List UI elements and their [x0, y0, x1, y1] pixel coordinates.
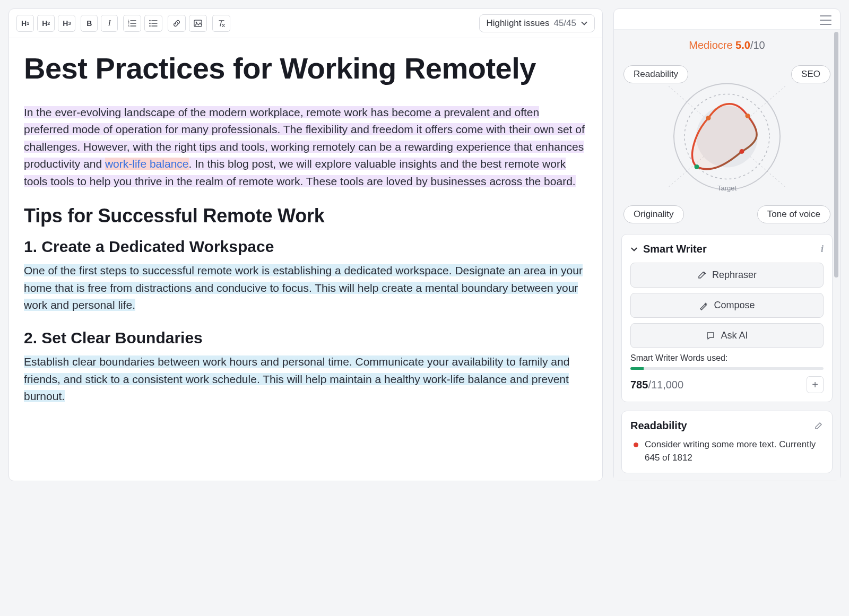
- p-workspace: One of the first steps to successful rem…: [24, 262, 587, 314]
- compose-button[interactable]: Compose: [630, 293, 824, 318]
- svg-point-22: [695, 164, 699, 169]
- svg-point-11: [150, 25, 151, 27]
- link-button[interactable]: [168, 15, 186, 32]
- highlight-count: 45/45: [553, 18, 576, 29]
- h2-tips: Tips for Successful Remote Work: [24, 205, 587, 227]
- overall-score: Mediocre 5.0/10: [621, 39, 833, 51]
- link-work-life-balance[interactable]: work-life balance: [105, 158, 189, 170]
- words-meter: [630, 367, 824, 370]
- intro-paragraph: In the ever-evolving landscape of the mo…: [24, 104, 587, 190]
- p-boundaries: Establish clear boundaries between work …: [24, 353, 587, 405]
- readability-card: Readability Consider writing some more t…: [621, 411, 833, 473]
- radar-chart: Readability SEO Originality Tone of voic…: [621, 61, 833, 225]
- bold-button[interactable]: B: [81, 15, 98, 32]
- unordered-list-button[interactable]: [144, 15, 162, 32]
- sidebar: Mediocre 5.0/10 Readability SEO Original…: [613, 8, 841, 481]
- svg-point-10: [150, 23, 151, 24]
- clear-format-button[interactable]: [212, 15, 230, 32]
- readability-title: Readability: [630, 420, 809, 432]
- svg-point-19: [706, 116, 711, 120]
- add-words-button[interactable]: +: [807, 376, 824, 393]
- h3-button[interactable]: H3: [58, 15, 75, 32]
- h3-boundaries: 2. Set Clear Boundaries: [24, 329, 587, 347]
- status-dot-red: [634, 443, 638, 447]
- smart-writer-title: Smart Writer: [643, 243, 816, 255]
- ordered-list-button[interactable]: 123: [123, 15, 141, 32]
- info-icon[interactable]: i: [821, 244, 824, 255]
- scrollbar[interactable]: [834, 32, 838, 479]
- highlight-issues-dropdown[interactable]: Highlight issues 45/45: [479, 14, 595, 32]
- pencil-icon[interactable]: [814, 421, 824, 431]
- words-count: 785/11,000: [630, 379, 683, 391]
- italic-button[interactable]: I: [101, 15, 118, 32]
- chevron-down-icon: [581, 20, 588, 27]
- radar-svg: Target: [658, 73, 796, 205]
- pill-seo[interactable]: SEO: [791, 65, 830, 83]
- menu-icon[interactable]: [820, 15, 831, 25]
- chat-icon: [706, 331, 715, 341]
- target-label: Target: [717, 184, 737, 192]
- doc-title: Best Practices for Working Remotely: [24, 52, 587, 85]
- edit-icon: [697, 271, 707, 280]
- smart-writer-card: Smart Writer i Rephraser Compose Ask AI …: [621, 234, 833, 402]
- svg-point-21: [740, 149, 744, 154]
- rephraser-button[interactable]: Rephraser: [630, 263, 824, 288]
- svg-point-20: [746, 114, 750, 118]
- svg-point-13: [196, 22, 197, 23]
- image-button[interactable]: [189, 15, 207, 32]
- words-used-label: Smart Writer Words used:: [630, 353, 824, 363]
- chevron-down-icon[interactable]: [630, 246, 638, 253]
- magic-icon: [699, 301, 708, 310]
- toolbar: H1 H2 H3 B I 123: [9, 9, 602, 38]
- editor-panel: H1 H2 H3 B I 123: [8, 8, 603, 481]
- svg-text:3: 3: [128, 24, 129, 27]
- highlight-label: Highlight issues: [486, 18, 549, 29]
- h2-button[interactable]: H2: [37, 15, 55, 32]
- h3-workspace: 1. Create a Dedicated Workspace: [24, 238, 587, 256]
- readability-issue: Consider writing some more text. Current…: [630, 438, 824, 464]
- h1-button[interactable]: H1: [16, 15, 34, 32]
- editor-content[interactable]: Best Practices for Working Remotely In t…: [9, 38, 602, 441]
- svg-point-9: [150, 20, 151, 22]
- ask-ai-button[interactable]: Ask AI: [630, 323, 824, 348]
